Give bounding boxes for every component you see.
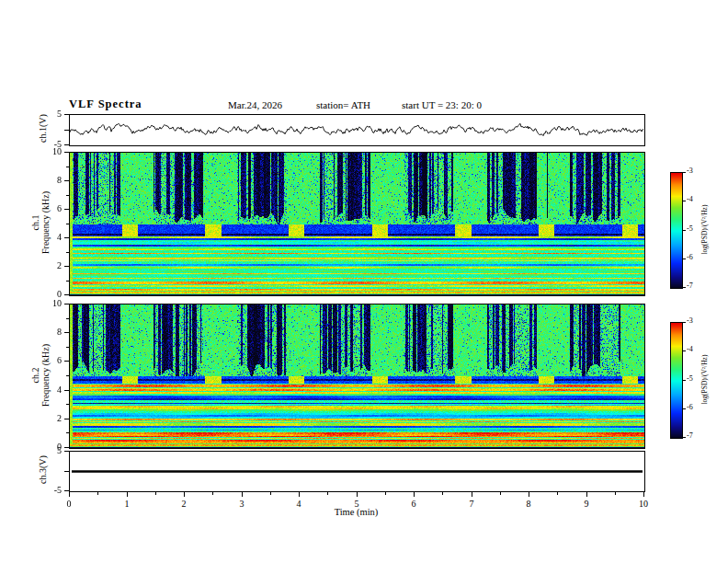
colorbar-ch1 <box>670 172 683 289</box>
y-tick <box>64 332 69 333</box>
y-tick-label: 2 <box>32 260 62 270</box>
colorbar-tick-label: -4 <box>687 196 707 204</box>
y-minor-tick <box>66 167 69 167</box>
y-minor-tick <box>66 404 69 405</box>
colorbar-tick <box>683 408 686 409</box>
y-tick-label: 4 <box>32 232 62 242</box>
x-tick <box>529 492 529 497</box>
y-minor-tick <box>66 281 69 282</box>
x-minor-tick <box>385 492 386 495</box>
x-tick-label: 5 <box>346 499 368 509</box>
colorbar-tick-label: -5 <box>687 375 707 384</box>
x-minor-tick <box>97 492 98 495</box>
colorbar-tick-label: -6 <box>687 404 707 412</box>
colorbar-tick <box>683 172 686 173</box>
colorbar-tick <box>683 259 686 259</box>
y-tick <box>64 361 69 362</box>
x-tick-label: 1 <box>116 499 138 509</box>
colorbar-tick-label: -5 <box>687 225 707 234</box>
x-tick-label: 7 <box>461 499 483 509</box>
y-tick-label: 2 <box>32 413 62 423</box>
y-tick <box>64 130 69 131</box>
y-tick <box>64 266 69 267</box>
ch1-spectrogram <box>69 152 645 296</box>
y-tick <box>64 152 69 153</box>
ch1-axis-label-line2: Frequency (kHz) <box>40 149 51 296</box>
ch3-voltage-axis-label: ch.3(V) <box>38 415 48 525</box>
x-tick-label: 0 <box>58 499 80 509</box>
y-tick <box>64 447 69 448</box>
y-minor-tick <box>66 195 69 196</box>
x-minor-tick <box>500 492 501 495</box>
x-minor-tick <box>212 492 213 495</box>
y-tick <box>64 490 69 491</box>
colorbar-tick <box>683 230 686 231</box>
y-tick <box>64 114 69 115</box>
y-tick <box>64 451 69 452</box>
vlf-spectra-figure: VLF Spectra Mar.24, 2026 station= ATH st… <box>0 0 728 563</box>
date-label: Mar.24, 2026 <box>228 99 282 110</box>
x-minor-tick <box>270 492 271 495</box>
ch3-waveform-plot <box>69 451 645 492</box>
x-tick <box>299 492 300 497</box>
y-tick <box>64 237 69 238</box>
x-tick <box>127 492 128 497</box>
colorbar-tick <box>683 380 686 381</box>
colorbar-tick-label: -6 <box>687 254 707 262</box>
y-tick <box>64 304 69 304</box>
x-minor-tick <box>327 492 328 495</box>
x-tick-label: 2 <box>173 499 195 509</box>
x-tick-label: 9 <box>575 499 597 509</box>
y-minor-tick <box>66 347 69 348</box>
x-tick <box>69 492 70 497</box>
figure-title: VLF Spectra <box>69 98 142 111</box>
y-minor-tick <box>66 318 69 319</box>
y-minor-tick <box>66 252 69 253</box>
y-tick-label: -5 <box>32 485 62 495</box>
colorbar-tick-label: -3 <box>687 167 707 176</box>
ch2-spectrogram <box>69 304 645 449</box>
x-minor-tick <box>557 492 558 495</box>
y-tick-label: 6 <box>32 355 62 365</box>
x-tick <box>414 492 415 497</box>
colorbar-tick <box>683 437 686 438</box>
colorbar-ch2 <box>670 322 683 439</box>
x-minor-tick <box>442 492 443 495</box>
colorbar-tick-label: -7 <box>687 282 707 291</box>
x-tick-label: 8 <box>518 499 540 509</box>
x-tick <box>643 492 644 497</box>
y-tick <box>64 180 69 181</box>
station-label: station= ATH <box>316 99 370 110</box>
y-tick <box>64 390 69 391</box>
y-tick <box>64 471 69 472</box>
colorbar-tick <box>683 201 686 201</box>
start-ut-label: start UT = 23: 20: 0 <box>402 99 482 110</box>
y-minor-tick <box>66 432 69 433</box>
y-tick <box>64 209 69 210</box>
colorbar-tick <box>683 322 686 323</box>
ch1-axis-label-line1: ch.1 <box>30 149 40 296</box>
y-tick <box>64 419 69 419</box>
x-tick-label: 4 <box>288 499 310 509</box>
colorbar-tick-label: -7 <box>687 432 707 441</box>
y-minor-tick <box>66 224 69 224</box>
colorbar-tick-label: -4 <box>687 346 707 354</box>
x-tick-label: 3 <box>231 499 253 509</box>
colorbar-tick <box>683 287 686 288</box>
ch1-frequency-axis-label: ch.1 Frequency (kHz) <box>30 149 51 296</box>
y-tick <box>64 144 69 145</box>
x-tick <box>586 492 587 497</box>
x-tick <box>242 492 243 497</box>
y-tick-label: 5 <box>32 445 62 455</box>
colorbar-tick-label: -3 <box>687 317 707 326</box>
y-tick-label: 10 <box>32 298 62 308</box>
ch1-waveform-plot <box>69 114 645 146</box>
x-minor-tick <box>615 492 616 495</box>
y-tick-label: 6 <box>32 203 62 213</box>
y-tick-label: 8 <box>32 327 62 337</box>
y-tick-label: 8 <box>32 175 62 185</box>
x-tick <box>184 492 185 497</box>
y-tick-label: 10 <box>32 146 62 156</box>
x-tick <box>472 492 472 497</box>
y-minor-tick <box>66 375 69 376</box>
